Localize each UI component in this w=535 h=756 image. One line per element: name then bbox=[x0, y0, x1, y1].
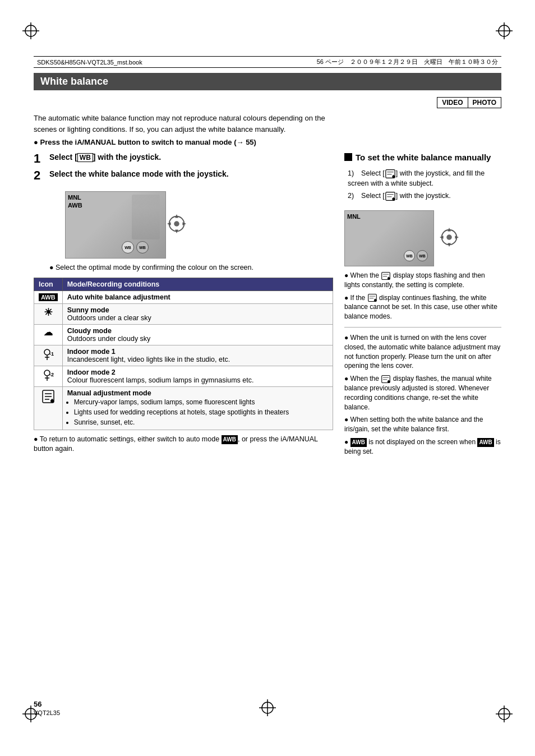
mode-indoor2: Indoor mode 2Colour fluorescent lamps, s… bbox=[62, 366, 333, 386]
mode-awb: Auto white balance adjustment bbox=[62, 291, 333, 303]
intro-text: The automatic white balance function may… bbox=[34, 113, 501, 135]
substep-2: 2) Select [] with the joystick. bbox=[344, 191, 501, 201]
reg-mark-tr bbox=[496, 22, 513, 39]
table-row: -2 Indoor mode 2Colour fluorescent lamps… bbox=[34, 366, 333, 386]
header-page-info: 56 ページ ２００９年１２月２９日 火曜日 午前１０時３０分 bbox=[311, 58, 498, 66]
right-camera-screen-container: MNL WB WB bbox=[344, 206, 501, 269]
right-joystick-icon bbox=[439, 227, 460, 248]
table-body: AWB Auto white balance adjustment ☀ Sunn… bbox=[34, 291, 333, 430]
right-title-text: To set the white balance manually bbox=[356, 152, 491, 163]
right-note-4: AWB is not displayed on the screen when … bbox=[344, 437, 501, 457]
icon-sun: ☀ bbox=[34, 303, 63, 324]
mode-sunny: Sunny modeOutdoors under a clear sky bbox=[62, 303, 333, 324]
mode-indoor1: Indoor mode 1Incandescent light, video l… bbox=[62, 345, 333, 366]
table-row: ☀ Sunny modeOutdoors under a clear sky bbox=[34, 303, 333, 324]
step-1-number: 1 bbox=[34, 152, 46, 165]
screen-mnl-label: MNL bbox=[68, 194, 81, 201]
mode-manual: Manual adjustment mode Mercury-vapor lam… bbox=[62, 386, 333, 430]
step-2-number: 2 bbox=[34, 169, 46, 182]
icon-indoor2: -2 bbox=[34, 366, 63, 386]
wb-btn-2: WB bbox=[136, 241, 149, 253]
auto-return-note: To return to automatic settings, either … bbox=[34, 435, 333, 454]
reg-mark-bc bbox=[259, 699, 276, 718]
right-note-2: When the display flashes, the manual whi… bbox=[344, 374, 501, 412]
right-column: To set the white balance manually 1) Sel… bbox=[344, 152, 501, 460]
right-bullet-2: If the display continues flashing, the w… bbox=[344, 293, 501, 321]
mode-badges: VIDEO PHOTO bbox=[34, 97, 501, 108]
two-col-layout: 1 Select [WB] with the joystick. 2 Selec… bbox=[34, 152, 501, 460]
svg-text:-2: -2 bbox=[49, 372, 54, 377]
screen-awb-label: AWB bbox=[68, 202, 82, 209]
manual-note: ● Press the iA/MANUAL button to switch t… bbox=[34, 138, 501, 146]
right-section-title: To set the white balance manually bbox=[344, 152, 501, 163]
substep-1: 1) Select [] with the joystick, and fill… bbox=[344, 169, 501, 189]
icon-manual bbox=[34, 386, 63, 430]
svg-text:-1: -1 bbox=[49, 351, 54, 357]
right-note-1: When the unit is turned on with the lens… bbox=[344, 333, 501, 371]
step-2: 2 Select the white balance mode with the… bbox=[34, 169, 333, 182]
right-wb-btn-2: WB bbox=[417, 250, 428, 261]
header-bar: SDKS50&H85GN-VQT2L35_mst.book 56 ページ ２００… bbox=[34, 56, 501, 68]
wb-buttons: WB WB bbox=[122, 241, 149, 253]
step-2-text: Select the white balance mode with the j… bbox=[49, 169, 229, 180]
section-title: White balance bbox=[34, 73, 501, 90]
svg-point-13 bbox=[174, 222, 179, 227]
svg-point-43 bbox=[446, 234, 452, 240]
wb-btn-1: WB bbox=[122, 241, 134, 253]
table-row: ☁ Cloudy modeOutdoors under cloudy sky bbox=[34, 324, 333, 345]
video-badge: VIDEO bbox=[437, 97, 468, 108]
camera-screen: MNL AWB WB WB bbox=[65, 191, 166, 259]
icon-indoor1: -1 bbox=[34, 345, 63, 366]
page-footer: 56 VQT2L35 bbox=[34, 700, 60, 717]
page-doc-code: VQT2L35 bbox=[34, 709, 60, 716]
step-1: 1 Select [WB] with the joystick. bbox=[34, 152, 333, 165]
step-1-text: Select [WB] with the joystick. bbox=[49, 152, 161, 163]
joystick-icon bbox=[166, 213, 187, 234]
mode-cloudy: Cloudy modeOutdoors under cloudy sky bbox=[62, 324, 333, 345]
left-column: 1 Select [WB] with the joystick. 2 Selec… bbox=[34, 152, 333, 460]
right-note-3: When setting both the white balance and … bbox=[344, 415, 501, 434]
table-row: -1 Indoor mode 1Incandescent light, vide… bbox=[34, 345, 333, 366]
icon-cloud: ☁ bbox=[34, 324, 63, 345]
table-row: Manual adjustment mode Mercury-vapor lam… bbox=[34, 386, 333, 430]
right-bullet-1: When the display stops flashing and then… bbox=[344, 271, 501, 290]
photo-badge: PHOTO bbox=[468, 97, 501, 108]
table-row: AWB Auto white balance adjustment bbox=[34, 291, 333, 303]
page-number: 56 bbox=[34, 700, 41, 708]
wb-table: Icon Mode/Recording conditions AWB Auto … bbox=[34, 278, 333, 430]
right-wb-btn-1: WB bbox=[404, 250, 415, 261]
reg-mark-tl bbox=[22, 22, 39, 39]
icon-awb: AWB bbox=[34, 291, 63, 303]
reg-mark-br bbox=[496, 706, 513, 722]
black-square-icon bbox=[344, 153, 352, 161]
screen-bullet-note: Select the optimal mode by confirming th… bbox=[49, 263, 333, 273]
table-header-mode: Mode/Recording conditions bbox=[62, 278, 333, 291]
right-screen-mnl: MNL bbox=[347, 213, 361, 220]
table-header-icon: Icon bbox=[34, 278, 63, 291]
page-container: SDKS50&H85GN-VQT2L35_mst.book 56 ページ ２００… bbox=[0, 0, 535, 756]
main-content: White balance VIDEO PHOTO The automatic … bbox=[34, 73, 501, 700]
divider bbox=[344, 327, 501, 328]
camera-screen-container: MNL AWB WB WB bbox=[49, 187, 333, 261]
right-camera-screen: MNL WB WB bbox=[344, 210, 434, 266]
header-file: SDKS50&H85GN-VQT2L35_mst.book bbox=[37, 59, 142, 66]
